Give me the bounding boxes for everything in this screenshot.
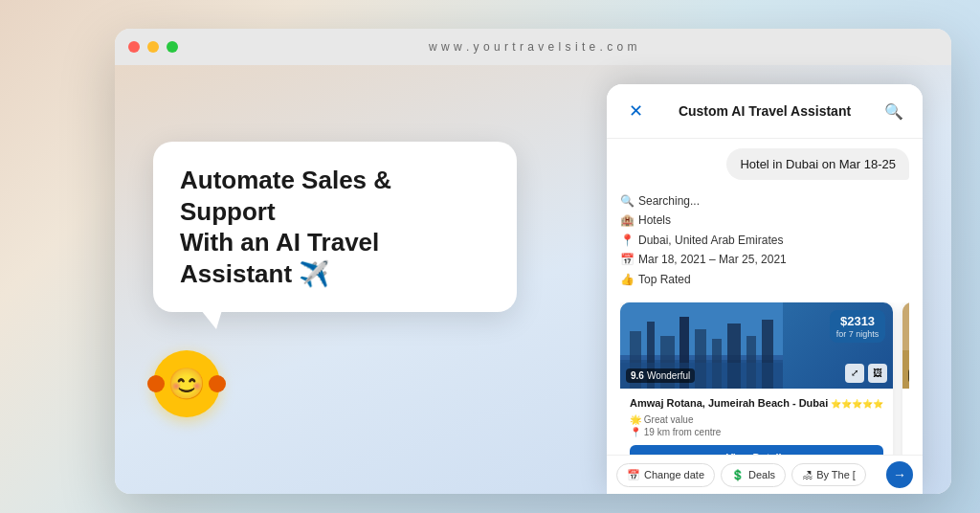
chat-close-button[interactable]: ✕ bbox=[622, 98, 649, 124]
hotel-1-distance: 📍 19 km from centre bbox=[630, 427, 883, 437]
ai-line-5: 👍 Top Rated bbox=[620, 270, 909, 289]
hotel-1-stars: ⭐⭐⭐⭐⭐ bbox=[831, 399, 883, 409]
hotel-1-rating-label: Wonderful bbox=[647, 370, 690, 381]
browser-content: Automate Sales & SupportWith an AI Trave… bbox=[115, 65, 951, 494]
chat-title: Custom AI Travel Assistant bbox=[649, 103, 880, 119]
hotel-emoji: 🏨 bbox=[620, 211, 635, 230]
user-message: Hotel in Dubai on Mar 18-25 bbox=[726, 148, 909, 180]
browser-window: w w w . y o u r t r a v e l s i t e . c … bbox=[115, 29, 951, 494]
search-icon: 🔍 bbox=[884, 102, 903, 121]
pin-emoji: 📍 bbox=[620, 231, 635, 250]
hotel-card-1-image: $2313 for 7 nights 9.6 Wonderful ⤢ 🖼 bbox=[620, 302, 893, 389]
chat-panel: ✕ Custom AI Travel Assistant 🔍 Hotel in … bbox=[607, 84, 923, 494]
hero-area: Automate Sales & SupportWith an AI Trave… bbox=[115, 65, 607, 494]
deals-chip-icon: 💲 bbox=[731, 469, 745, 481]
ai-response: 🔍 Searching... 🏨 Hotels 📍 Dubai, United … bbox=[607, 186, 923, 297]
hotel-1-photo-icon[interactable]: 🖼 bbox=[868, 364, 887, 383]
ai-line-3: 📍 Dubai, United Arab Emirates bbox=[620, 231, 909, 250]
window-minimize-dot[interactable] bbox=[147, 41, 159, 53]
hotel-card-2-image: → 9.5 Wonderful bbox=[902, 302, 909, 389]
ai-line-2: 🏨 Hotels bbox=[620, 211, 909, 230]
hotel-1-value: 🌟 Great value bbox=[630, 414, 883, 425]
hero-title: Automate Sales & SupportWith an AI Trave… bbox=[180, 165, 490, 289]
deals-label: Deals bbox=[748, 469, 775, 480]
hotel-1-rating-num: 9.6 bbox=[631, 370, 644, 381]
thumbsup-emoji: 👍 bbox=[620, 270, 635, 289]
hotel-1-card-icons: ⤢ 🖼 bbox=[845, 364, 887, 383]
window-close-dot[interactable] bbox=[128, 41, 140, 53]
location-text: Dubai, United Arab Emirates bbox=[638, 231, 783, 250]
chatbot-avatar: 😊 bbox=[153, 350, 220, 417]
hotels-text: Hotels bbox=[638, 211, 671, 230]
hotel-card-1[interactable]: $2313 for 7 nights 9.6 Wonderful ⤢ 🖼 bbox=[620, 302, 893, 456]
hotel-card-2[interactable]: → 9.5 Wonderful Sofitel Dubai Jumeirah B… bbox=[902, 302, 909, 456]
chat-search-button[interactable]: 🔍 bbox=[880, 98, 907, 124]
close-icon: ✕ bbox=[629, 102, 643, 120]
beach-chip-icon: 🏖 bbox=[802, 469, 813, 480]
deals-chip[interactable]: 💲 Deals bbox=[721, 463, 786, 487]
hotel-1-price: $2313 bbox=[836, 314, 880, 329]
window-maximize-dot[interactable] bbox=[167, 41, 178, 53]
chat-header: ✕ Custom AI Travel Assistant 🔍 bbox=[607, 84, 923, 139]
by-the-chip[interactable]: 🏖 By The [ bbox=[791, 463, 866, 486]
url-bar[interactable]: w w w . y o u r t r a v e l s i t e . c … bbox=[429, 40, 637, 54]
hotel-1-price-badge: $2313 for 7 nights bbox=[830, 310, 886, 343]
calendar-emoji: 📅 bbox=[620, 250, 635, 269]
chatbot-emoji: 😊 bbox=[167, 366, 206, 402]
change-date-chip[interactable]: 📅 Change date bbox=[616, 463, 715, 487]
hotel-1-badge1: 🌟 Great value bbox=[630, 414, 693, 425]
hotel-cards-section: $2313 for 7 nights 9.6 Wonderful ⤢ 🖼 bbox=[607, 297, 923, 456]
hotel-1-body: Amwaj Rotana, Jumeirah Beach - Dubai ⭐⭐⭐… bbox=[620, 389, 893, 456]
hotel-1-rating-badge: 9.6 Wonderful bbox=[626, 368, 695, 383]
by-the-label: By The [ bbox=[816, 469, 856, 480]
change-date-label: Change date bbox=[644, 469, 704, 480]
search-emoji: 🔍 bbox=[620, 191, 635, 211]
ai-line-4: 📅 Mar 18, 2021 – Mar 25, 2021 bbox=[620, 250, 909, 269]
calendar-chip-icon: 📅 bbox=[627, 469, 640, 481]
chat-bottom-chips: 📅 Change date 💲 Deals 🏖 By The [ → bbox=[607, 455, 923, 494]
browser-titlebar: w w w . y o u r t r a v e l s i t e . c … bbox=[115, 29, 951, 65]
hotel-1-fullscreen-icon[interactable]: ⤢ bbox=[845, 364, 864, 383]
hotel-1-badge2: 📍 19 km from centre bbox=[630, 427, 721, 437]
hotel-1-price-label: for 7 nights bbox=[836, 329, 880, 340]
dates-text: Mar 18, 2021 – Mar 25, 2021 bbox=[638, 250, 787, 269]
user-message-container: Hotel in Dubai on Mar 18-25 bbox=[607, 139, 923, 186]
hotel-2-rating-badge: 9.5 Wonderful bbox=[908, 368, 909, 383]
top-rated-text: Top Rated bbox=[638, 270, 691, 289]
hotel-1-name: Amwaj Rotana, Jumeirah Beach - Dubai ⭐⭐⭐… bbox=[630, 396, 883, 411]
hotel-1-view-details-button[interactable]: View Details bbox=[630, 445, 883, 456]
speech-bubble: Automate Sales & SupportWith an AI Trave… bbox=[153, 142, 517, 312]
hotel-2-body: Sofitel Dubai Jumeirah Beach 🌟 Great val… bbox=[902, 389, 909, 456]
arrow-icon: → bbox=[893, 467, 906, 482]
hotel-cards-scroll: $2313 for 7 nights 9.6 Wonderful ⤢ 🖼 bbox=[620, 302, 909, 456]
searching-text: Searching... bbox=[638, 191, 700, 211]
chips-next-button[interactable]: → bbox=[886, 461, 913, 488]
ai-line-1: 🔍 Searching... bbox=[620, 191, 909, 211]
